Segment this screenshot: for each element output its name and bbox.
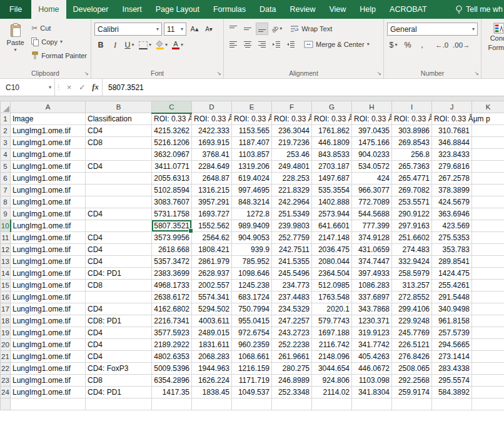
row-header-10[interactable]: 10 bbox=[1, 220, 11, 232]
cell-G11[interactable]: 2147.148 bbox=[312, 232, 352, 244]
cell-C22[interactable]: 5009.5396 bbox=[152, 363, 192, 375]
cancel-button[interactable]: × bbox=[63, 83, 76, 92]
cell-H4[interactable]: 904.0233 bbox=[352, 149, 392, 161]
orientation-button[interactable]: ab ▾ bbox=[270, 23, 283, 35]
cell-B7[interactable] bbox=[86, 185, 152, 196]
cell-F18[interactable]: 247.2257 bbox=[272, 315, 312, 327]
cell-G12[interactable]: 2036.475 bbox=[312, 244, 352, 256]
cell-I17[interactable]: 299.4106 bbox=[392, 303, 432, 315]
cell-F22[interactable]: 280.275 bbox=[272, 363, 312, 375]
cell-H23[interactable]: 1103.098 bbox=[352, 375, 392, 387]
cell-B3[interactable]: CD8 bbox=[86, 137, 152, 149]
cell-C17[interactable]: 4162.6802 bbox=[152, 303, 192, 315]
cell-H3[interactable]: 1475.166 bbox=[352, 137, 392, 149]
cell-K4[interactable] bbox=[472, 149, 504, 161]
cell-K24[interactable] bbox=[472, 387, 504, 398]
cell-E16[interactable]: 683.1724 bbox=[232, 292, 272, 303]
cell-B22[interactable]: CD4: FoxP3 bbox=[86, 363, 152, 375]
cell-I24[interactable]: 259.9174 bbox=[392, 387, 432, 398]
row-header-22[interactable]: 22 bbox=[1, 363, 11, 375]
cell-K8[interactable] bbox=[472, 196, 504, 208]
cell-B11[interactable]: CD4 bbox=[86, 232, 152, 244]
cell-I6[interactable]: 265.4771 bbox=[392, 173, 432, 185]
cell-I13[interactable]: 332.9424 bbox=[392, 256, 432, 268]
cell-D14[interactable]: 2628.937 bbox=[192, 268, 232, 280]
select-all-button[interactable] bbox=[1, 101, 11, 113]
cell-B24[interactable]: CD4: PD1 bbox=[86, 387, 152, 398]
cell-A6[interactable]: LungImg1.ome.tif bbox=[11, 173, 86, 185]
cell-E5[interactable]: 1319.206 bbox=[232, 161, 272, 173]
cell-C8[interactable]: 3083.7607 bbox=[152, 196, 192, 208]
cell-G17[interactable]: 2020.1 bbox=[312, 303, 352, 315]
increase-decimal-button[interactable]: ←.0 bbox=[434, 39, 450, 51]
cell-H16[interactable]: 337.6897 bbox=[352, 292, 392, 303]
cell-F23[interactable]: 246.8989 bbox=[272, 375, 312, 387]
row-header-20[interactable]: 20 bbox=[1, 339, 11, 351]
row-header-partial[interactable] bbox=[1, 398, 11, 410]
cell-I14[interactable]: 258.5979 bbox=[392, 268, 432, 280]
cell-E4[interactable]: 1103.857 bbox=[232, 149, 272, 161]
cell-J17[interactable]: 340.9498 bbox=[432, 303, 472, 315]
cell-F20[interactable]: 252.2238 bbox=[272, 339, 312, 351]
cell-B1[interactable]: Classification bbox=[86, 113, 152, 125]
cell-D20[interactable]: 1831.611 bbox=[192, 339, 232, 351]
cell-F5[interactable]: 249.4801 bbox=[272, 161, 312, 173]
tab-data[interactable]: Data bbox=[253, 0, 283, 19]
cell-K12[interactable] bbox=[472, 244, 504, 256]
row-header-23[interactable]: 23 bbox=[1, 375, 11, 387]
cell-G19[interactable]: 1697.188 bbox=[312, 327, 352, 339]
cell-K23[interactable] bbox=[472, 375, 504, 387]
cell-E19[interactable]: 972.6754 bbox=[232, 327, 272, 339]
row-header-17[interactable]: 17 bbox=[1, 303, 11, 315]
cell-I16[interactable]: 272.8552 bbox=[392, 292, 432, 303]
cell-D8[interactable]: 3957.291 bbox=[192, 196, 232, 208]
cell-J16[interactable]: 291.5448 bbox=[432, 292, 472, 303]
cell-E11[interactable]: 904.9053 bbox=[232, 232, 272, 244]
cell-C9[interactable]: 5731.1758 bbox=[152, 208, 192, 220]
cell-A8[interactable]: LungImg1.ome.tif bbox=[11, 196, 86, 208]
cell-A2[interactable]: LungImg1.ome.tif bbox=[11, 125, 86, 137]
tab-view[interactable]: View bbox=[322, 0, 353, 19]
cell-F14[interactable]: 245.5496 bbox=[272, 268, 312, 280]
cell-E13[interactable]: 785.952 bbox=[232, 256, 272, 268]
cell-C14[interactable]: 2383.3699 bbox=[152, 268, 192, 280]
cell-G6[interactable]: 1497.687 bbox=[312, 173, 352, 185]
cell-D17[interactable]: 5294.502 bbox=[192, 303, 232, 315]
cell-G24[interactable]: 2114.02 bbox=[312, 387, 352, 398]
cell-I19[interactable]: 245.7769 bbox=[392, 327, 432, 339]
cell-G15[interactable]: 512.0985 bbox=[312, 280, 352, 292]
cell-H19[interactable]: 319.9123 bbox=[352, 327, 392, 339]
cell-J14[interactable]: 1424.475 bbox=[432, 268, 472, 280]
cell-D23[interactable]: 1626.224 bbox=[192, 375, 232, 387]
cell-B18[interactable]: CD8: PD1 bbox=[86, 315, 152, 327]
format-painter-button[interactable]: Format Painter bbox=[30, 49, 88, 62]
row-header-8[interactable]: 8 bbox=[1, 196, 11, 208]
cell-B6[interactable] bbox=[86, 173, 152, 185]
cell-I9[interactable]: 290.9122 bbox=[392, 208, 432, 220]
cell-G5[interactable]: 2703.187 bbox=[312, 161, 352, 173]
cell-B17[interactable]: CD4 bbox=[86, 303, 152, 315]
increase-font-size-button[interactable]: A▴ bbox=[188, 23, 201, 36]
column-header-J[interactable]: J bbox=[432, 101, 472, 113]
cell-H5[interactable]: 534.0572 bbox=[352, 161, 392, 173]
cell-G7[interactable]: 535.3554 bbox=[312, 185, 352, 196]
cell-H8[interactable]: 772.7089 bbox=[352, 196, 392, 208]
cell-B-partial[interactable] bbox=[86, 398, 152, 410]
cell-H11[interactable]: 374.9128 bbox=[352, 232, 392, 244]
cell-F24[interactable]: 252.3348 bbox=[272, 387, 312, 398]
tab-acrobat[interactable]: ACROBAT bbox=[383, 0, 434, 19]
cell-D13[interactable]: 2861.979 bbox=[192, 256, 232, 268]
cell-K6[interactable] bbox=[472, 173, 504, 185]
cell-C15[interactable]: 4968.1733 bbox=[152, 280, 192, 292]
cell-A22[interactable]: LungImg1.ome.tif bbox=[11, 363, 86, 375]
cell-H1[interactable]: ROI: 0.33 Â bbox=[352, 113, 392, 125]
cell-I7[interactable]: 269.7082 bbox=[392, 185, 432, 196]
cell-K15[interactable] bbox=[472, 280, 504, 292]
cell-G18[interactable]: 579.7743 bbox=[312, 315, 352, 327]
row-header-6[interactable]: 6 bbox=[1, 173, 11, 185]
cell-A9[interactable]: LungImg1.ome.tif bbox=[11, 208, 86, 220]
tab-file[interactable]: File bbox=[0, 0, 31, 19]
tab-page-layout[interactable]: Page Layout bbox=[149, 0, 206, 19]
cell-E1[interactable]: ROI: 0.33 Â bbox=[232, 113, 272, 125]
cell-J15[interactable]: 255.4261 bbox=[432, 280, 472, 292]
